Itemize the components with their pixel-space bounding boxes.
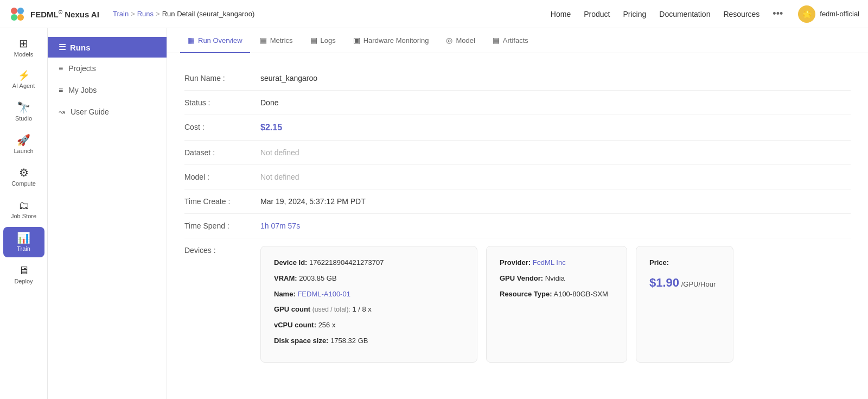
status-row: Status : Done xyxy=(184,91,851,115)
device-card-right: Provider: FedML Inc GPU Vendor: Nvidia R… xyxy=(486,246,627,363)
hardware-monitoring-tab-icon: ▣ xyxy=(353,36,360,45)
user-name[interactable]: fedml-official xyxy=(820,10,859,18)
device-name-label: Name: xyxy=(274,290,296,298)
device-vram-label: VRAM: xyxy=(274,274,297,282)
sidebar-label-models: Models xyxy=(14,51,33,58)
device-vcpu-value: 256 x xyxy=(318,321,336,329)
price-field: Price: xyxy=(649,257,720,269)
tab-run-overview-label: Run Overview xyxy=(198,36,242,45)
device-provider-value[interactable]: FedML Inc xyxy=(533,258,566,267)
device-gpu-count-suffix: (used / total): xyxy=(312,306,350,313)
user-guide-icon: ↝ xyxy=(59,107,65,116)
run-details: Run Name : seurat_kangaroo Status : Done… xyxy=(167,53,868,383)
device-id-field: Device Id: 1762218904421273707 xyxy=(274,257,464,269)
sidebar-label-job-store: Job Store xyxy=(11,213,36,219)
price-unit: /GPU/Hour xyxy=(681,280,716,288)
nav-more[interactable]: ••• xyxy=(773,8,783,20)
tab-model[interactable]: ◎ Model xyxy=(438,28,482,53)
train-icon: 📊 xyxy=(17,232,30,243)
menu-user-guide-label: User Guide xyxy=(71,107,109,116)
menu-my-jobs[interactable]: ≡ My Jobs xyxy=(48,79,167,101)
sidebar-item-compute[interactable]: ⚙ Compute xyxy=(3,162,44,192)
time-create-value: Mar 19, 2024, 5:37:12 PM PDT xyxy=(260,197,851,206)
svg-point-3 xyxy=(17,14,24,21)
sidebar-item-train[interactable]: 📊 Train xyxy=(3,227,44,257)
top-nav: FEDML® Nexus AI Train > Runs > Run Detai… xyxy=(0,0,868,28)
run-name-row: Run Name : seurat_kangaroo xyxy=(184,66,851,91)
device-gpu-count-label: GPU count xyxy=(274,305,310,313)
time-spend-label: Time Spend : xyxy=(184,221,260,230)
device-gpu-count-value: 1 / 8 x xyxy=(352,305,371,313)
left-panel: ☰ Runs ≡ Projects ≡ My Jobs ↝ User Guide xyxy=(48,28,167,399)
sidebar-label-studio: Studio xyxy=(15,115,32,122)
time-spend-row: Time Spend : 1h 07m 57s xyxy=(184,214,851,238)
dataset-row: Dataset : Not defined xyxy=(184,141,851,165)
runs-menu-icon: ☰ xyxy=(59,42,66,52)
price-value: $1.90 xyxy=(649,276,679,289)
device-vcpu-label: vCPU count: xyxy=(274,321,316,329)
device-vram-value: 2003.85 GB xyxy=(299,274,336,282)
run-overview-tab-icon: ▦ xyxy=(188,36,195,45)
fedml-logo-icon xyxy=(9,5,26,23)
sidebar: ⊞ Models ⚡ AI Agent 🔭 Studio 🚀 Launch ⚙ … xyxy=(0,28,48,399)
model-row: Model : Not defined xyxy=(184,165,851,189)
price-label: Price: xyxy=(649,258,669,267)
tab-artifacts[interactable]: ▤ Artifacts xyxy=(485,28,536,53)
device-resource-type-value: A100-80GB-SXM xyxy=(553,290,608,298)
menu-user-guide[interactable]: ↝ User Guide xyxy=(48,101,167,123)
status-value: Done xyxy=(260,98,851,107)
content-area: ▦ Run Overview ▤ Metrics ▤ Logs ▣ Hardwa… xyxy=(167,28,868,399)
svg-point-0 xyxy=(11,8,17,14)
sidebar-label-train: Train xyxy=(17,245,30,252)
device-disk-field: Disk space size: 1758.32 GB xyxy=(274,335,464,347)
cost-row: Cost : $2.15 xyxy=(184,115,851,141)
device-disk-label: Disk space size: xyxy=(274,337,328,345)
sidebar-item-models[interactable]: ⊞ Models xyxy=(3,33,44,63)
device-provider-field: Provider: FedML Inc xyxy=(500,257,614,269)
tab-metrics-label: Metrics xyxy=(270,36,293,45)
ai-agent-icon: ⚡ xyxy=(18,71,30,80)
nav-pricing[interactable]: Pricing xyxy=(623,10,646,18)
tab-run-overview[interactable]: ▦ Run Overview xyxy=(180,28,250,53)
nav-home[interactable]: Home xyxy=(551,10,571,18)
job-store-icon: 🗂 xyxy=(18,200,29,211)
tab-logs[interactable]: ▤ Logs xyxy=(303,28,343,53)
tab-artifacts-label: Artifacts xyxy=(503,36,528,45)
breadcrumb-current: Run Detail (seurat_kangaroo) xyxy=(162,10,255,18)
tabs-bar: ▦ Run Overview ▤ Metrics ▤ Logs ▣ Hardwa… xyxy=(167,28,868,53)
sidebar-item-job-store[interactable]: 🗂 Job Store xyxy=(3,194,44,225)
device-gpu-count-field: GPU count (used / total): 1 / 8 x xyxy=(274,304,464,315)
device-provider-label: Provider: xyxy=(500,258,531,267)
sidebar-item-studio[interactable]: 🔭 Studio xyxy=(3,97,44,127)
device-name-field: Name: FEDML-A100-01 xyxy=(274,289,464,300)
sidebar-item-launch[interactable]: 🚀 Launch xyxy=(3,129,44,160)
device-disk-value: 1758.32 GB xyxy=(330,337,368,345)
user-area: 🌟 fedml-official xyxy=(798,5,859,23)
tab-hardware-monitoring-label: Hardware Monitoring xyxy=(363,36,429,45)
logs-tab-icon: ▤ xyxy=(310,36,317,45)
sidebar-item-ai-agent[interactable]: ⚡ AI Agent xyxy=(3,65,44,94)
tab-metrics[interactable]: ▤ Metrics xyxy=(252,28,301,53)
svg-point-2 xyxy=(11,14,17,21)
run-name-label: Run Name : xyxy=(184,74,260,83)
devices-label: Devices : xyxy=(184,246,260,255)
tab-hardware-monitoring[interactable]: ▣ Hardware Monitoring xyxy=(346,28,437,53)
breadcrumb-runs[interactable]: Runs xyxy=(137,10,154,18)
device-vram-field: VRAM: 2003.85 GB xyxy=(274,273,464,284)
sidebar-label-deploy: Deploy xyxy=(14,278,33,284)
device-card-main: Device Id: 1762218904421273707 VRAM: 200… xyxy=(260,246,477,363)
sidebar-item-deploy[interactable]: 🖥 Deploy xyxy=(3,259,44,290)
menu-projects[interactable]: ≡ Projects xyxy=(48,58,167,79)
breadcrumb-sep2: > xyxy=(156,10,160,18)
device-id-label: Device Id: xyxy=(274,258,307,267)
menu-projects-label: Projects xyxy=(68,64,96,73)
nav-resources[interactable]: Resources xyxy=(723,10,760,18)
nav-product[interactable]: Product xyxy=(584,10,610,18)
device-gpu-vendor-label: GPU Vendor: xyxy=(500,274,543,282)
device-name-value[interactable]: FEDML-A100-01 xyxy=(297,290,350,298)
nav-documentation[interactable]: Documentation xyxy=(659,10,710,18)
device-gpu-vendor-field: GPU Vendor: Nvidia xyxy=(500,273,614,284)
nav-links: Home Product Pricing Documentation Resou… xyxy=(551,8,783,20)
breadcrumb-train[interactable]: Train xyxy=(113,10,129,18)
device-cards: Device Id: 1762218904421273707 VRAM: 200… xyxy=(260,246,851,363)
